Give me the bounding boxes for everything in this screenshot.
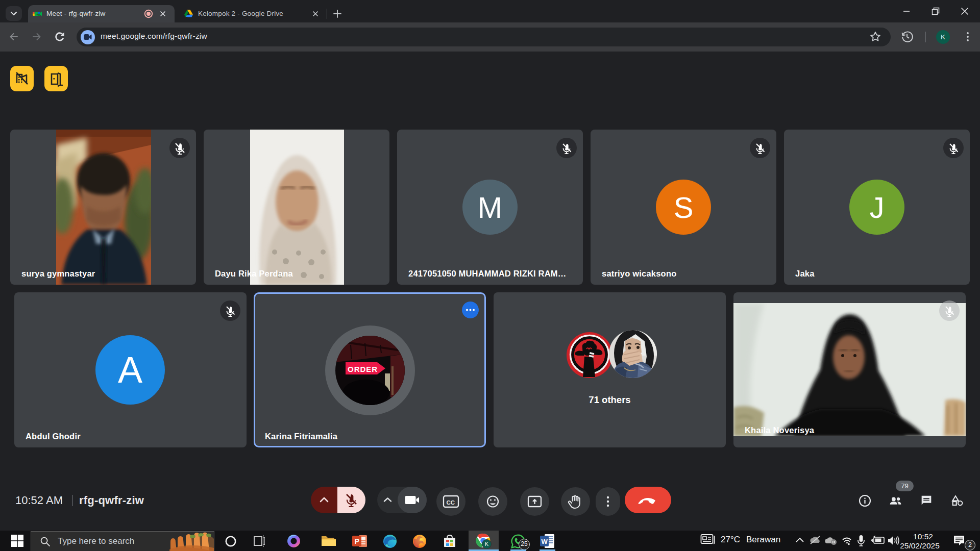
svg-text:ORDER: ORDER bbox=[348, 365, 378, 373]
svg-text:CC: CC bbox=[447, 499, 455, 506]
svg-text:W: W bbox=[542, 538, 548, 545]
svg-text:P: P bbox=[355, 537, 359, 545]
